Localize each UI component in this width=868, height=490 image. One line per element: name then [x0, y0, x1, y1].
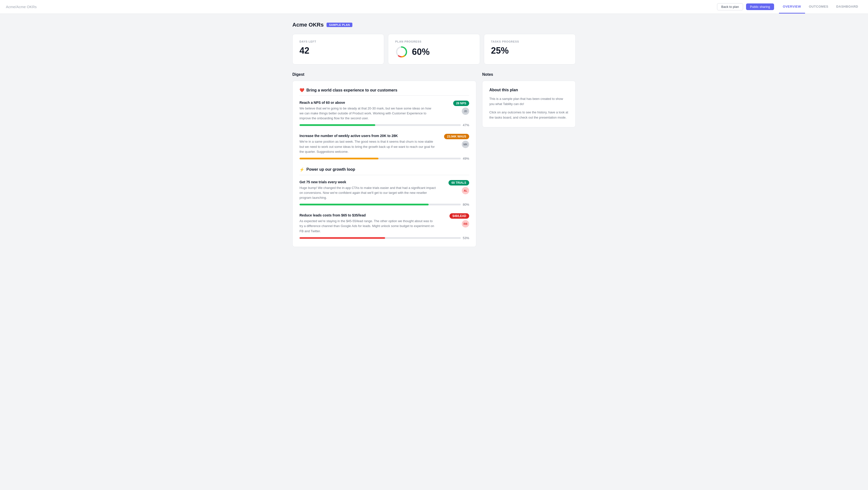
kr-1-2-row: Increase the number of weekly active use… [300, 134, 469, 154]
kr-2-1-progress-fill [300, 204, 429, 205]
objective-2-header: ⚡ Power up our growth loop [300, 167, 469, 175]
kr-2-2-badge: $49/LEAD [450, 213, 469, 219]
digest-section: Digest ❤️ Bring a world class experience… [292, 72, 476, 247]
digest-card: ❤️ Bring a world class experience to our… [292, 81, 476, 247]
objective-2-title: Power up our growth loop [306, 167, 355, 172]
plan-progress-donut [395, 45, 408, 58]
kr-2-1-right: 68 TRIALS AL [440, 180, 469, 194]
notes-card-title: About this plan [489, 88, 568, 92]
kr-1-1-right: 28 NPS JD [440, 101, 469, 115]
kr-1-2-pct: 49% [463, 157, 469, 160]
objective-2-emoji: ⚡ [300, 167, 304, 172]
kr-2-1-progress-row: 80% [300, 203, 469, 206]
kr-2-1[interactable]: Get 75 new trials every week Huge bump! … [300, 180, 469, 206]
page-title-row: Acme OKRs SAMPLE PLAN [292, 22, 576, 28]
kr-1-2-title: Increase the number of weekly active use… [300, 134, 436, 138]
days-left-value: 42 [300, 45, 377, 56]
kr-2-1-row: Get 75 new trials every week Huge bump! … [300, 180, 469, 200]
kr-1-2[interactable]: Increase the number of weekly active use… [300, 134, 469, 160]
notes-para-2: Click on any outcomes to see the history… [489, 110, 568, 120]
notes-section-title: Notes [482, 72, 576, 77]
kr-1-1-progress-fill [300, 124, 375, 126]
back-to-plan-button[interactable]: Back to plan [717, 3, 743, 10]
kr-2-1-progress-bar [300, 204, 461, 205]
kr-2-1-pct: 80% [463, 203, 469, 206]
kr-2-2-right: $49/LEAD RB [440, 213, 469, 227]
objective-1-title: Bring a world class experience to our cu… [306, 88, 397, 92]
app-header: Acme/Acme OKRs Back to plan Public shari… [0, 0, 868, 14]
days-left-card: DAYS LEFT 42 [292, 34, 384, 64]
kr-2-2-progress-row: 53% [300, 236, 469, 240]
main-content: Acme OKRs SAMPLE PLAN DAYS LEFT 42 PLAN … [286, 14, 582, 255]
notes-section: Notes About this plan This is a sample p… [482, 72, 576, 127]
kr-2-2-avatar: RB [462, 220, 469, 227]
breadcrumb-prefix: Acme [6, 5, 15, 9]
kr-2-2-desc: As expected we're staying in the $45-55/… [300, 219, 436, 234]
notes-text: This is a sample plan that has been crea… [489, 96, 568, 120]
kr-2-2[interactable]: Reduce leads costs from $65 to $35/lead … [300, 213, 469, 240]
kr-1-2-badge: 23.94K WAUS [444, 134, 469, 139]
sample-badge: SAMPLE PLAN [327, 23, 352, 27]
tab-overview[interactable]: OVERVIEW [779, 0, 805, 13]
two-col-layout: Digest ❤️ Bring a world class experience… [292, 72, 576, 247]
kr-1-2-desc: We're in a same position as last week. T… [300, 139, 436, 154]
kr-2-1-title: Get 75 new trials every week [300, 180, 436, 184]
kr-2-1-left: Get 75 new trials every week Huge bump! … [300, 180, 436, 200]
kr-2-2-progress-bar [300, 237, 461, 239]
plan-progress-card: PLAN PROGRESS 60% [388, 34, 480, 64]
kr-1-2-progress-bar [300, 158, 461, 159]
kr-2-2-progress-fill [300, 237, 385, 239]
tasks-progress-card: TASKS PROGRESS 25% [484, 34, 576, 64]
plan-progress-value: 60% [412, 47, 430, 57]
plan-progress-label: PLAN PROGRESS [395, 40, 473, 43]
header-actions: Back to plan Public sharing OVERVIEW OUT… [717, 0, 862, 13]
tab-outcomes[interactable]: OUTCOMES [805, 0, 832, 13]
plan-progress-row: 60% [395, 45, 473, 58]
kr-1-2-avatar: MK [462, 141, 469, 148]
kr-1-1-progress-bar [300, 124, 461, 126]
objective-1-header: ❤️ Bring a world class experience to our… [300, 88, 469, 96]
kr-2-1-desc: Huge bump! We changed the in-app CTAs to… [300, 185, 436, 200]
tasks-progress-label: TASKS PROGRESS [491, 40, 568, 43]
tasks-progress-value: 25% [491, 45, 568, 56]
kr-1-1-progress-row: 47% [300, 123, 469, 127]
kr-1-2-progress-fill [300, 158, 378, 159]
tab-dashboard[interactable]: DASHBOARD [832, 0, 862, 13]
kr-1-2-right: 23.94K WAUS MK [440, 134, 469, 148]
kr-2-1-badge: 68 TRIALS [448, 180, 469, 185]
notes-para-1: This is a sample plan that has been crea… [489, 96, 568, 107]
notes-card: About this plan This is a sample plan th… [482, 81, 576, 127]
objective-1-emoji: ❤️ [300, 88, 304, 92]
kr-1-1-pct: 47% [463, 123, 469, 127]
kr-1-1-avatar: JD [462, 108, 469, 115]
kr-1-1-desc: We believe that we're going to be steady… [300, 106, 436, 121]
digest-section-title: Digest [292, 72, 476, 77]
kr-1-2-left: Increase the number of weekly active use… [300, 134, 436, 154]
kr-1-1-badge: 28 NPS [453, 101, 469, 106]
kr-1-2-progress-row: 49% [300, 157, 469, 160]
kr-2-2-title: Reduce leads costs from $65 to $35/lead [300, 213, 436, 217]
days-left-label: DAYS LEFT [300, 40, 377, 43]
kr-2-1-avatar: AL [462, 187, 469, 194]
public-sharing-button[interactable]: Public sharing [746, 3, 774, 10]
kr-2-2-pct: 53% [463, 236, 469, 240]
stat-cards: DAYS LEFT 42 PLAN PROGRESS [292, 34, 576, 64]
kr-1-1-title: Reach a NPS of 60 or above [300, 101, 436, 104]
page-title: Acme OKRs [292, 22, 323, 28]
kr-2-2-left: Reduce leads costs from $65 to $35/lead … [300, 213, 436, 234]
kr-1-1[interactable]: Reach a NPS of 60 or above We believe th… [300, 101, 469, 127]
kr-1-1-left: Reach a NPS of 60 or above We believe th… [300, 101, 436, 121]
kr-2-2-row: Reduce leads costs from $65 to $35/lead … [300, 213, 469, 234]
nav-tabs: OVERVIEW OUTCOMES DASHBOARD [779, 0, 862, 13]
breadcrumb: Acme/Acme OKRs [6, 5, 717, 9]
breadcrumb-current: Acme OKRs [17, 5, 37, 9]
kr-1-1-row: Reach a NPS of 60 or above We believe th… [300, 101, 469, 121]
